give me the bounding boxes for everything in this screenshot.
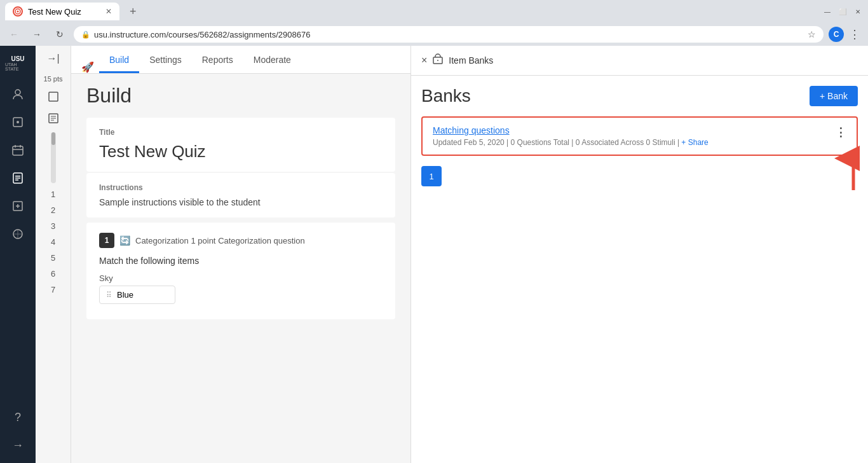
instructions-display: Sample instructions visible to the stude… (99, 197, 383, 207)
build-area: Build Title Test New Quiz Instructions S… (71, 74, 410, 463)
new-tab-button[interactable]: + (125, 3, 142, 21)
sidebar-item-navigation[interactable] (5, 221, 31, 247)
page-btn-1[interactable]: 1 (421, 166, 442, 186)
item-banks-icon (432, 53, 444, 67)
red-arrow-indicator (812, 146, 863, 199)
match-answer[interactable]: ⠿ Blue (99, 286, 175, 304)
page-num-7[interactable]: 7 (51, 282, 55, 297)
lock-icon: 🔒 (81, 31, 90, 39)
layout-icon[interactable] (43, 86, 64, 107)
top-navigation: 🚀 Build Settings Reports Moderate (71, 46, 410, 74)
left-sidebar: USU UTAH STATE ? → (0, 46, 36, 463)
page-num-4[interactable]: 4 (51, 235, 55, 249)
question-text: Match the following items (99, 256, 383, 266)
page-num-2[interactable]: 2 (51, 203, 55, 218)
nav-scrollbar-thumb (51, 132, 55, 145)
rocket-icon: 🚀 (81, 61, 94, 73)
bank-meta-text: Updated Feb 5, 2020 | 0 Questions Total … (433, 138, 679, 147)
sidebar-item-courses[interactable] (5, 109, 31, 135)
sidebar-item-quizzes[interactable] (5, 165, 31, 191)
logo-text: USU (11, 56, 24, 62)
maximize-button[interactable]: ⬜ (837, 6, 848, 17)
bank-more-button[interactable]: ⋮ (835, 125, 846, 139)
tab-build[interactable]: Build (99, 48, 139, 73)
instructions-section: Instructions Sample instructions visible… (86, 173, 395, 218)
tab-moderate[interactable]: Moderate (243, 48, 301, 73)
profile-avatar[interactable]: C (829, 27, 844, 42)
browser-tab[interactable]: Test New Quiz ✕ (5, 3, 119, 20)
minimize-button[interactable]: — (822, 6, 832, 17)
banks-title: Banks (421, 86, 471, 106)
svg-rect-5 (13, 146, 23, 155)
instructions-label: Instructions (99, 183, 383, 192)
page-num-1[interactable]: 1 (51, 187, 55, 202)
usu-logo: USU UTAH STATE (5, 51, 31, 76)
drag-handle-icon: ⠿ (106, 291, 112, 300)
svg-point-2 (15, 90, 20, 95)
bank-info: Matching questions Updated Feb 5, 2020 |… (433, 125, 835, 147)
page-num-5[interactable]: 5 (51, 251, 55, 265)
tab-reports[interactable]: Reports (192, 48, 243, 73)
match-answer-text: Blue (117, 290, 133, 300)
quiz-navigation: →| 15 pts 1 2 3 4 5 6 7 (36, 46, 71, 463)
banks-header: Banks + Bank (421, 86, 858, 106)
svg-point-1 (17, 11, 19, 13)
collapse-nav-button[interactable]: →| (43, 51, 64, 66)
browser-menu-button[interactable]: ⋮ (846, 25, 863, 44)
page-num-3[interactable]: 3 (51, 219, 55, 233)
tab-settings[interactable]: Settings (139, 48, 192, 73)
panel-body: Banks + Bank Matching questions Updated … (411, 76, 868, 463)
tab-title: Test New Quiz (28, 7, 81, 17)
question-item-1: 1 🔄 Categorization 1 point Categorizatio… (86, 223, 395, 319)
back-button[interactable]: ← (5, 25, 23, 43)
panel-close-button[interactable]: × (421, 55, 427, 66)
panel-header: × Item Banks (411, 46, 868, 76)
bookmark-icon[interactable]: ☆ (808, 29, 816, 39)
nav-scrollbar[interactable] (51, 132, 56, 183)
bank-meta: Updated Feb 5, 2020 | 0 Questions Total … (433, 138, 835, 147)
logo-subtext: UTAH STATE (5, 62, 31, 71)
forward-button[interactable]: → (28, 25, 46, 43)
points-label: 15 pts (44, 73, 63, 85)
match-item-1: Sky ⠿ Blue (99, 273, 383, 304)
title-section: Title Test New Quiz (86, 118, 395, 172)
close-button[interactable]: ✕ (853, 6, 863, 17)
tab-close-button[interactable]: ✕ (105, 7, 112, 16)
build-heading: Build (86, 84, 395, 107)
url-text: usu.instructure.com/courses/562682/assig… (94, 30, 804, 39)
bank-name-link[interactable]: Matching questions (433, 125, 835, 135)
page-num-6[interactable]: 6 (51, 266, 55, 281)
svg-point-4 (17, 121, 19, 123)
sidebar-item-grades[interactable] (5, 193, 31, 219)
categorization-icon: 🔄 (119, 235, 130, 245)
title-label: Title (99, 128, 383, 137)
quiz-title-display: Test New Quiz (99, 142, 383, 162)
address-bar[interactable]: 🔒 usu.instructure.com/courses/562682/ass… (74, 26, 824, 43)
sidebar-item-expand[interactable]: → (5, 432, 31, 458)
add-bank-button[interactable]: + Bank (810, 86, 858, 106)
tab-favicon (13, 6, 23, 17)
reload-button[interactable]: ↻ (51, 25, 69, 43)
bank-item-1: Matching questions Updated Feb 5, 2020 |… (421, 116, 858, 156)
panel-title: Item Banks (449, 55, 493, 66)
list-icon[interactable] (43, 108, 64, 128)
sidebar-item-account[interactable] (5, 81, 31, 107)
sidebar-item-help[interactable]: ? (5, 404, 31, 430)
sidebar-item-calendar[interactable] (5, 137, 31, 163)
bank-share-link[interactable]: + Share (681, 138, 708, 147)
main-content: 🚀 Build Settings Reports Moderate Build … (71, 46, 410, 463)
question-type-label: Categorization 1 point Categorization qu… (135, 236, 305, 245)
pagination: 1 (421, 166, 858, 186)
match-term: Sky (99, 273, 383, 283)
question-number-badge: 1 (99, 233, 114, 248)
svg-rect-9 (49, 92, 58, 101)
item-banks-panel: × Item Banks Banks + Bank Matching quest… (410, 46, 868, 463)
